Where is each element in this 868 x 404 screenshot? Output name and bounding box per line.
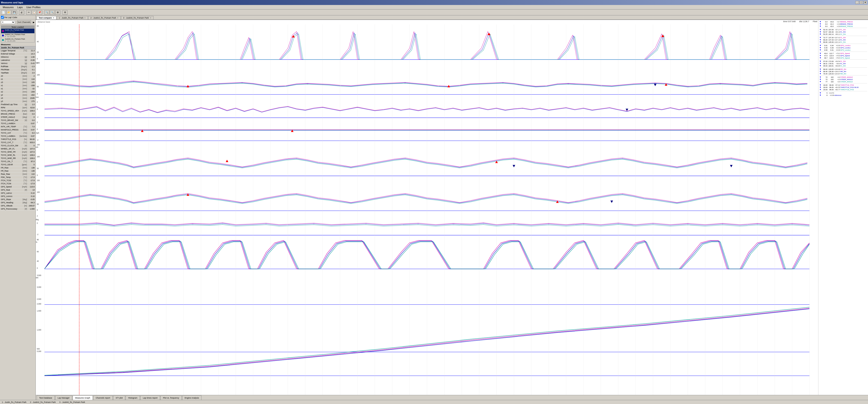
legend-tri-down: ▼ <box>819 23 822 25</box>
svg-text:150: 150 <box>37 179 40 181</box>
test-item-1[interactable]: Justin_frs_Putnam Park 1 · 01:25.997 <box>1 29 34 33</box>
minimize-button[interactable]: _ <box>855 1 859 4</box>
tab-measures-graph[interactable]: Measures Graph <box>73 395 93 400</box>
maximize-button[interactable]: □ <box>859 1 863 4</box>
tab-histogram[interactable]: Histogram <box>126 395 140 400</box>
list-item: TOYO_SPEED_VEH[mph]108.6 <box>0 109 35 112</box>
new-button[interactable]: 📄 <box>1 10 6 15</box>
tab-justin2[interactable]: 2 - Justin2_frs_Putnam Park ✕ <box>88 16 121 20</box>
main-window: Measures and laps _ □ ✕ Measures Laps Us… <box>0 0 868 404</box>
legend-row: ▼ 0.0 44.8 >3.7 BRAKE_PRESS <box>819 21 867 23</box>
list-item: FR_Raw[mm]138 <box>0 166 35 170</box>
measures-subheader: Justin_frs_Putnam Park <box>0 46 35 49</box>
list-item: TOYO_GEAR[gear]5 <box>0 163 35 166</box>
chart-svg[interactable]: 60 40 20 0 bar 150 100 50 0 mm 2 0 -2 2 <box>36 25 818 395</box>
svg-text:%: % <box>36 241 37 243</box>
per-lap-color-checkbox[interactable] <box>1 16 4 19</box>
list-item: GPS_Heading[deg]-94.3 <box>0 201 35 204</box>
list-item: GPS_LatAcc0.10 <box>0 192 35 195</box>
tab-close-icon-2[interactable]: ✕ <box>117 17 119 19</box>
list-item: GPS_Speed[mph]110.6 <box>0 186 35 189</box>
left-panel: Per Lap' Color X Sort Channels ▶ Tests L… <box>0 15 36 400</box>
tab-lap-times-report[interactable]: Lap times report <box>140 395 160 400</box>
x-axis-select[interactable]: X <box>1 20 15 24</box>
tab-test-database[interactable]: Test Database <box>37 395 55 400</box>
svg-text:2: 2 <box>37 101 38 103</box>
tab-plot-vs-frequency[interactable]: Plot vs. frequency <box>160 395 182 400</box>
list-item: TOYO_WHE_FR[mph]107.6 <box>0 150 35 154</box>
svg-text:2: 2 <box>37 121 38 123</box>
list-item: x3[mm]232B <box>0 97 35 100</box>
right-main: Test compare ✕ 1 - Justin_frs_Putnam Par… <box>36 15 868 400</box>
copy-button[interactable]: 📋 <box>32 10 37 15</box>
measures-header: Measures: <box>0 43 35 46</box>
list-item: MANIFOLD_PRESS[bar]0.97 <box>0 128 35 132</box>
legend-row: ▼ 5 >0.073 <box>819 92 867 94</box>
bottom-tabs: Test Database Lap Manager Measures Graph… <box>36 395 868 400</box>
legend-tri-down: ▼ <box>819 76 822 78</box>
svg-text:100: 100 <box>37 156 40 158</box>
toolbar-separator-4 <box>61 10 62 14</box>
tab-close-icon-0[interactable]: ✕ <box>53 17 54 19</box>
legend-tri-down: ▼ <box>819 39 822 41</box>
open-button[interactable]: 📂 <box>6 10 11 15</box>
measures-list[interactable]: Logger Temperat[°C]21.4External Voltage1… <box>0 49 35 400</box>
test-item-3[interactable]: Justin6_frs_Putnam Park 6 · 01:22.449 <box>1 38 34 42</box>
list-item: TOYO_WHE_RR[mph]108.6 <box>0 157 35 160</box>
list-item: TOYO_LAMBDA0.87 <box>0 122 35 125</box>
list-item: ITCH_TC02[°C]-17.8 <box>0 179 35 182</box>
tab-close-icon-1[interactable]: ✕ <box>84 17 86 19</box>
list-item: TOYO_AAT[°C]6.0 <box>0 132 35 135</box>
legend-row: ▼ 96.00 129.65 >109.68 RR_RH <box>819 68 867 70</box>
fit-button[interactable]: ⊞ <box>55 10 60 15</box>
legend-row: ▼ 38.31 176.51 >38.6 FL_RH <box>819 62 867 65</box>
zoom-out-button[interactable]: 🔍 <box>50 10 55 15</box>
tests-section: Tests Loaded: Justin_frs_Putnam Park 1 ·… <box>1 26 35 42</box>
tab-xy-plot[interactable]: X/Y plot <box>113 395 125 400</box>
status-item-3: 3 - Justin6_frs_Putnam Park <box>59 401 85 403</box>
legend-tri-down: ▼ <box>819 57 822 59</box>
tab-justin1[interactable]: 1 - Justin_frs_Putnam Park ✕ <box>57 16 88 20</box>
settings-button[interactable]: ⚙ <box>62 10 67 15</box>
legend-tri-down: ▼ <box>819 31 822 33</box>
legend-tri-down: ▼ <box>819 68 822 70</box>
tab-justin6[interactable]: 3 - Justin6_frs_Putnam Park ✕ <box>121 16 153 20</box>
test-item-2[interactable]: Justin2_frs_Putnam Park 4 · 01:23.090 <box>1 33 34 38</box>
tab-lap-manager[interactable]: Lap Manager <box>55 395 72 400</box>
tab-channels-report[interactable]: Channels report <box>93 395 113 400</box>
legend-tri-down: ▼ <box>819 25 822 27</box>
sort-channels-button[interactable]: Sort Channels <box>17 20 31 24</box>
menu-measures[interactable]: Measures <box>1 5 16 9</box>
legend-tri-down: ▼ <box>819 87 822 89</box>
close-button[interactable]: ✕ <box>864 1 867 4</box>
zoom-in-button[interactable]: 🔍 <box>44 10 49 15</box>
legend-row: ▼ 0.91 0.34 >0.00 GPS_LonAcc <box>819 44 867 46</box>
cut-button[interactable]: ✂ <box>26 10 31 15</box>
list-item: RPM[rpm]6216 <box>0 106 35 109</box>
chart-canvas-area[interactable]: distance base time 0:07.648 dist 1136.7 … <box>36 20 818 395</box>
expand-icon[interactable]: ▶ <box>33 21 35 24</box>
list-item: BRAKE_PRESS[bar]0.0 <box>0 112 35 116</box>
save-button[interactable]: 💾 <box>12 10 17 15</box>
tab-close-icon-3[interactable]: ✕ <box>150 17 151 19</box>
distance-base-label: distance base <box>38 21 50 23</box>
tab-engine-analysis[interactable]: Engine Analysis <box>182 395 202 400</box>
menu-laps[interactable]: Laps <box>16 5 25 9</box>
status-item-1: 1 - Justin_frs_Putnam Park <box>2 401 27 403</box>
list-item: GPS_PosAccuracy[#]1.000 <box>0 207 35 211</box>
legend-row: ▼ 77 102 >14 STEER_ANGLE <box>819 80 867 83</box>
legend-tri-down: ▼ <box>819 92 822 94</box>
svg-text:-2: -2 <box>37 139 38 141</box>
legend-tri-down: ▼ <box>819 44 822 46</box>
legend-row: ▼ 0.0 44.4 >2.8 BRAKE_PRESS <box>819 23 867 25</box>
svg-text:40: 40 <box>37 260 39 262</box>
menu-user-profiles[interactable]: User Profiles <box>25 5 42 9</box>
paste-button[interactable]: 📌 <box>37 10 42 15</box>
list-item: TOYO_CLUCH_SW[#]0 <box>0 144 35 147</box>
svg-text:0: 0 <box>37 209 38 211</box>
print-button[interactable]: 🖨 <box>19 10 24 15</box>
tab-test-compare[interactable]: Test compare ✕ <box>37 16 56 20</box>
lap-controls: Per Lap' Color <box>0 15 35 20</box>
list-item: YawRate[deg/s]2.0 <box>0 71 35 75</box>
list-item: External Voltage14.3 <box>0 53 35 56</box>
